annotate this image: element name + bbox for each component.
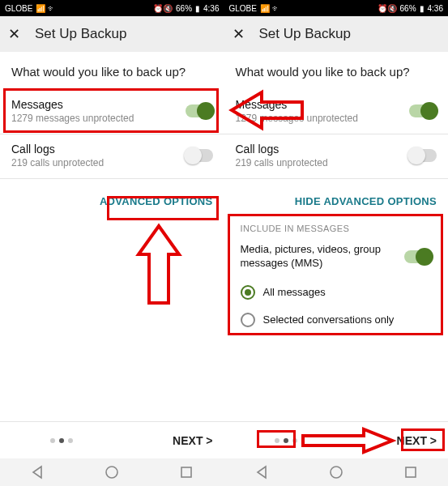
svg-rect-3: [406, 467, 416, 477]
alarm-icon: ⏰🔇: [378, 4, 397, 13]
messages-sub: 1279 messages unprotected: [236, 113, 358, 124]
next-button[interactable]: NEXT >: [397, 434, 437, 447]
page-dots: [50, 438, 73, 443]
time-label: 4:36: [203, 4, 219, 13]
back-icon[interactable]: [30, 465, 45, 480]
home-icon[interactable]: [329, 465, 343, 480]
radio-selected[interactable]: Selected conversations only: [239, 306, 434, 334]
calllogs-toggle[interactable]: [409, 149, 437, 162]
hide-advanced-options-link[interactable]: HIDE ADVANCED OPTIONS: [224, 179, 449, 207]
messages-label: Messages: [236, 98, 358, 111]
messages-toggle[interactable]: [409, 104, 437, 117]
home-icon[interactable]: [105, 465, 119, 480]
calllogs-toggle[interactable]: [186, 149, 213, 162]
signal-icon: 📶 ᯤ: [36, 4, 56, 13]
svg-point-2: [331, 467, 342, 478]
calllogs-sub: 219 calls unprotected: [11, 157, 104, 168]
status-bar: GLOBE📶 ᯤ ⏰🔇66%▮4:36: [0, 0, 224, 16]
messages-row[interactable]: Messages 1279 messages unprotected: [224, 90, 449, 134]
carrier-label: GLOBE: [5, 4, 32, 13]
close-icon[interactable]: ✕: [8, 25, 20, 43]
footer-bar: NEXT >: [224, 421, 449, 458]
carrier-label: GLOBE: [229, 4, 257, 13]
radio-selected-label: Selected conversations only: [263, 313, 395, 326]
advanced-header: INCLUDE IN MESSAGES: [239, 220, 434, 240]
status-bar: GLOBE📶 ᯤ ⏰🔇66%▮4:36: [224, 0, 449, 16]
arrow-right-icon: [299, 427, 396, 454]
messages-toggle[interactable]: [186, 104, 213, 117]
calllogs-label: Call logs: [11, 143, 104, 156]
arrow-up-icon: [134, 222, 183, 311]
calllogs-sub: 219 calls unprotected: [236, 157, 328, 168]
left-pane: GLOBE📶 ᯤ ⏰🔇66%▮4:36 ✕ Set Up Backup What…: [0, 0, 224, 486]
right-pane: GLOBE📶 ᯤ ⏰🔇66%▮4:36 ✕ Set Up Backup What…: [224, 0, 449, 486]
android-navbar: [0, 458, 224, 486]
page-dots: [275, 438, 297, 443]
messages-label: Messages: [11, 98, 134, 111]
back-icon[interactable]: [254, 465, 269, 480]
backup-question: What would you like to back up?: [224, 52, 449, 90]
page-title: Set Up Backup: [259, 26, 351, 42]
messages-row[interactable]: Messages 1279 messages unprotected: [0, 90, 224, 134]
messages-sub: 1279 messages unprotected: [11, 113, 134, 124]
media-label: Media, pictures, videos, group messages …: [241, 243, 403, 271]
battery-label: 66%: [176, 4, 192, 13]
battery-icon: ▮: [195, 4, 200, 13]
signal-icon: 📶 ᯤ: [260, 4, 280, 13]
radio-icon[interactable]: [241, 285, 255, 300]
footer-bar: NEXT >: [0, 421, 224, 458]
svg-rect-1: [181, 467, 191, 477]
backup-question: What would you like to back up?: [0, 52, 224, 90]
page-title: Set Up Backup: [35, 26, 126, 42]
recent-icon[interactable]: [403, 465, 418, 480]
radio-all-label: All messages: [263, 286, 326, 298]
media-row[interactable]: Media, pictures, videos, group messages …: [239, 240, 434, 279]
advanced-options-link[interactable]: ADVANCED OPTIONS: [0, 179, 224, 207]
calllogs-row[interactable]: Call logs 219 calls unprotected: [224, 134, 449, 179]
advanced-section: INCLUDE IN MESSAGES Media, pictures, vid…: [234, 214, 439, 342]
app-bar: ✕ Set Up Backup: [224, 16, 449, 52]
radio-all[interactable]: All messages: [239, 279, 434, 306]
recent-icon[interactable]: [179, 465, 194, 480]
svg-point-0: [106, 467, 117, 478]
battery-label: 66%: [400, 4, 416, 13]
close-icon[interactable]: ✕: [233, 25, 245, 43]
time-label: 4:36: [428, 4, 443, 13]
media-toggle[interactable]: [404, 250, 432, 263]
alarm-icon: ⏰🔇: [153, 4, 173, 13]
radio-icon[interactable]: [241, 313, 255, 327]
calllogs-row[interactable]: Call logs 219 calls unprotected: [0, 134, 224, 179]
battery-icon: ▮: [420, 4, 425, 13]
app-bar: ✕ Set Up Backup: [0, 16, 224, 52]
calllogs-label: Call logs: [236, 143, 328, 156]
next-button[interactable]: NEXT >: [173, 434, 212, 447]
android-navbar: [224, 458, 449, 486]
